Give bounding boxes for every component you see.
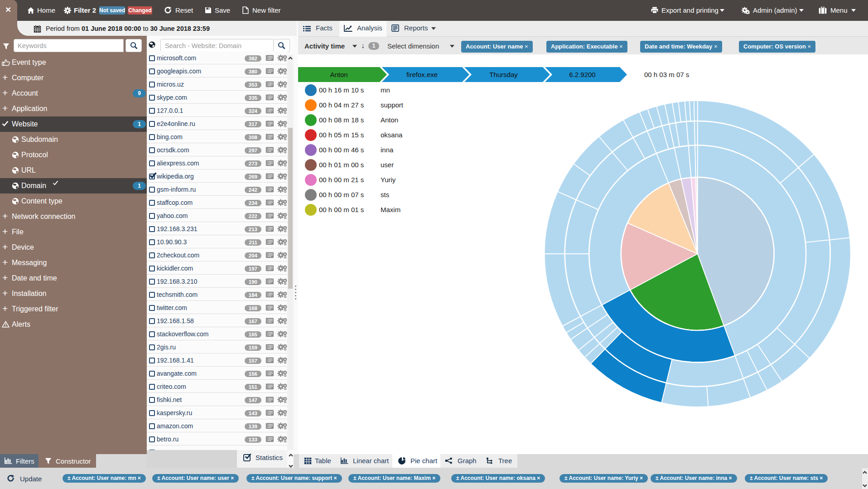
svg-text:Anton: Anton bbox=[330, 71, 347, 78]
svg-text:firefox.exe: firefox.exe bbox=[406, 71, 438, 78]
svg-text:Thursday: Thursday bbox=[489, 71, 518, 78]
svg-text:6.2.9200: 6.2.9200 bbox=[569, 71, 595, 78]
